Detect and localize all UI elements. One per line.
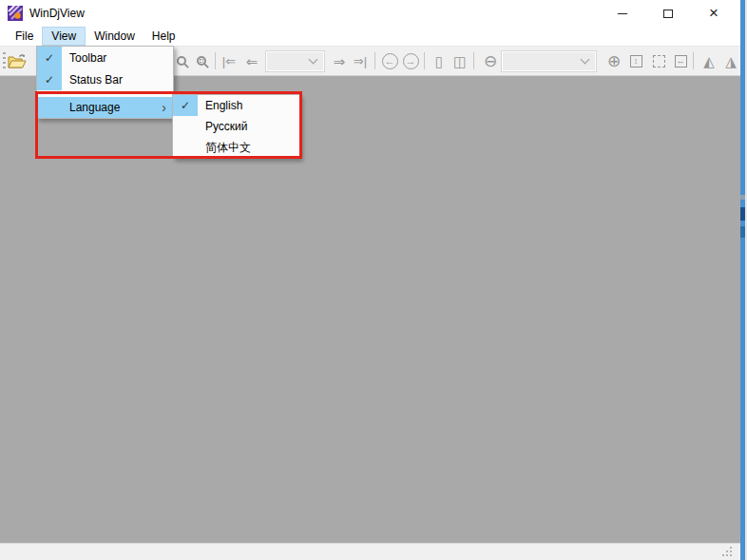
menu-file[interactable]: File xyxy=(7,27,42,46)
last-page-button[interactable]: ⇒| xyxy=(350,50,371,71)
menu-item-simplified-chinese[interactable]: 简体中文 xyxy=(173,137,299,158)
app-window: WinDjView ─ × File View Window Help xyxy=(0,0,747,560)
menu-item-status-bar-label: Status Bar xyxy=(69,73,123,87)
menu-separator xyxy=(64,93,171,94)
rotate-right-icon: ◮ xyxy=(725,54,737,68)
menu-help-label: Help xyxy=(152,29,176,43)
previous-page-button[interactable]: ⇐ xyxy=(241,50,262,71)
open-file-button[interactable] xyxy=(7,50,28,71)
forward-button[interactable]: → xyxy=(400,50,421,71)
single-page-icon: ▯ xyxy=(435,54,443,68)
language-submenu: ✓ English Русский 简体中文 xyxy=(172,94,300,159)
document-area xyxy=(0,76,740,543)
maximize-icon xyxy=(663,10,673,18)
fit-width-button[interactable]: ↔ xyxy=(670,50,691,71)
menu-gutter xyxy=(173,137,198,158)
back-icon: ← xyxy=(382,53,398,69)
minimize-button[interactable]: ─ xyxy=(607,0,638,27)
page-number-combobox[interactable] xyxy=(266,51,324,71)
menu-item-language-label: Language xyxy=(69,101,120,114)
submenu-arrow-icon: › xyxy=(162,100,166,115)
rotate-left-button[interactable]: ◭ xyxy=(699,50,719,71)
toolbar-separator xyxy=(424,52,425,69)
first-page-icon: |⇐ xyxy=(222,55,236,68)
menu-item-status-bar[interactable]: ✓ Status Bar xyxy=(37,68,173,90)
rotate-left-icon: ◭ xyxy=(703,54,715,68)
single-page-layout-button[interactable]: ▯ xyxy=(429,50,450,71)
window-title: WinDjView xyxy=(29,7,85,20)
title-bar: WinDjView ─ × xyxy=(0,0,740,27)
menu-item-toolbar-label: Toolbar xyxy=(69,51,106,65)
menu-view[interactable]: View xyxy=(42,27,86,46)
previous-page-icon: ⇐ xyxy=(246,54,259,68)
minimize-icon: ─ xyxy=(618,6,627,21)
menu-item-simplified-chinese-label: 简体中文 xyxy=(205,140,251,156)
toolbar-separator xyxy=(374,52,375,69)
menu-gutter xyxy=(37,97,62,118)
actual-size-button[interactable]: ↕ xyxy=(625,50,646,71)
zoom-in-icon: ⊕ xyxy=(607,53,621,69)
zoom-out-icon: ⊖ xyxy=(484,53,497,69)
menu-item-english[interactable]: ✓ English xyxy=(173,95,299,116)
status-bar xyxy=(0,543,740,560)
magnifier-icon xyxy=(177,56,186,66)
toolbar-separator xyxy=(473,52,474,69)
menu-gutter xyxy=(173,116,198,137)
magnifier-select-icon xyxy=(197,56,206,66)
zoom-in-button[interactable]: ⊕ xyxy=(603,50,624,71)
window-controls: ─ × xyxy=(607,0,740,27)
back-button[interactable]: ← xyxy=(379,50,400,71)
menu-window[interactable]: Window xyxy=(86,27,144,46)
close-button[interactable]: × xyxy=(699,0,729,27)
toolbar-separator xyxy=(215,52,216,69)
menu-help[interactable]: Help xyxy=(144,27,184,46)
toolbar-separator xyxy=(693,52,694,69)
last-page-icon: ⇒| xyxy=(354,55,367,68)
dropdown-arrow-icon xyxy=(309,55,318,65)
next-page-button[interactable]: ⇒ xyxy=(329,50,350,71)
maximize-button[interactable] xyxy=(653,0,683,27)
fit-width-icon: ↔ xyxy=(675,55,687,68)
toolbar-grip[interactable] xyxy=(3,52,6,70)
actual-size-icon: ↕ xyxy=(630,55,642,68)
close-icon: × xyxy=(709,4,718,23)
menu-view-label: View xyxy=(51,29,76,43)
forward-icon: → xyxy=(403,53,419,69)
menu-item-language[interactable]: Language › xyxy=(37,97,173,118)
view-menu-dropdown: ✓ Toolbar ✓ Status Bar Language › xyxy=(36,46,174,119)
zoom-out-button[interactable]: ⊖ xyxy=(480,50,501,71)
menu-item-english-label: English xyxy=(205,99,242,112)
menu-file-label: File xyxy=(15,29,33,43)
next-page-icon: ⇒ xyxy=(334,54,346,68)
zoom-tool-button[interactable] xyxy=(171,50,192,71)
menu-item-russian[interactable]: Русский xyxy=(173,116,299,137)
resize-grip[interactable] xyxy=(721,546,733,557)
first-page-button[interactable]: |⇐ xyxy=(219,50,239,71)
menu-window-label: Window xyxy=(94,29,135,43)
dropdown-arrow-icon xyxy=(581,55,590,65)
checkmark-icon: ✓ xyxy=(173,95,198,116)
checkmark-icon: ✓ xyxy=(37,47,62,68)
app-logo-icon xyxy=(8,6,23,21)
open-folder-icon xyxy=(8,53,27,68)
facing-pages-icon: ◫ xyxy=(453,54,467,68)
checkmark-icon: ✓ xyxy=(37,68,62,90)
fit-page-button[interactable] xyxy=(648,50,669,71)
menu-bar: File View Window Help xyxy=(0,27,740,46)
zoom-level-combobox[interactable] xyxy=(502,51,596,71)
menu-item-toolbar[interactable]: ✓ Toolbar xyxy=(37,47,173,68)
fit-page-icon xyxy=(653,55,665,68)
facing-pages-button[interactable]: ◫ xyxy=(450,50,470,71)
menu-item-russian-label: Русский xyxy=(205,120,248,133)
rotate-right-button[interactable]: ◮ xyxy=(720,50,741,71)
zoom-select-button[interactable] xyxy=(191,50,212,71)
